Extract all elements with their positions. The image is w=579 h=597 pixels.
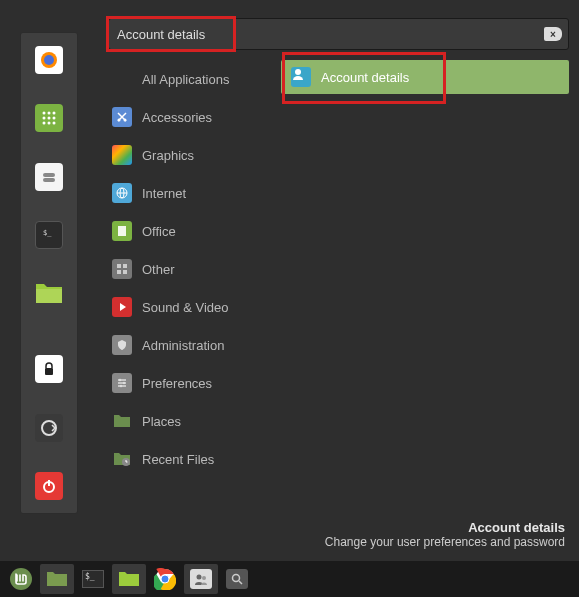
svg-rect-27 bbox=[117, 270, 121, 274]
fav-power[interactable] bbox=[28, 466, 70, 506]
taskbar-search[interactable] bbox=[220, 564, 254, 594]
svg-point-32 bbox=[119, 379, 121, 381]
fav-lock[interactable] bbox=[28, 349, 70, 389]
category-administration[interactable]: Administration bbox=[108, 326, 273, 364]
grid-icon bbox=[116, 263, 128, 275]
results-list: Account details bbox=[273, 60, 569, 478]
taskbar: $_ bbox=[0, 561, 579, 597]
svg-rect-25 bbox=[117, 264, 121, 268]
svg-rect-14 bbox=[36, 289, 62, 303]
svg-text:$_: $_ bbox=[43, 229, 52, 237]
category-accessories[interactable]: Accessories bbox=[108, 98, 273, 136]
category-label: Other bbox=[142, 262, 175, 277]
svg-point-7 bbox=[53, 117, 56, 120]
result-account-details[interactable]: Account details bbox=[281, 60, 569, 94]
sliders-icon bbox=[116, 377, 128, 389]
taskbar-files-2[interactable] bbox=[112, 564, 146, 594]
folder-icon bbox=[118, 570, 140, 588]
folder-clock-icon bbox=[113, 451, 131, 467]
office-icon bbox=[116, 225, 128, 237]
svg-point-20 bbox=[124, 119, 127, 122]
taskbar-files[interactable] bbox=[40, 564, 74, 594]
firefox-icon bbox=[39, 50, 59, 70]
svg-point-3 bbox=[48, 112, 51, 115]
svg-line-44 bbox=[239, 581, 242, 584]
account-icon bbox=[291, 67, 305, 81]
software-manager-icon bbox=[41, 169, 57, 185]
svg-point-1 bbox=[44, 55, 54, 65]
lock-icon bbox=[41, 361, 57, 377]
favorites-column: $_ bbox=[20, 32, 78, 514]
svg-point-19 bbox=[118, 119, 121, 122]
result-label: Account details bbox=[321, 70, 409, 85]
search-text: Account details bbox=[117, 27, 205, 42]
category-label: Places bbox=[142, 414, 181, 429]
taskbar-terminal[interactable]: $_ bbox=[76, 564, 110, 594]
category-internet[interactable]: Internet bbox=[108, 174, 273, 212]
svg-rect-15 bbox=[45, 368, 53, 375]
svg-point-16 bbox=[42, 421, 56, 435]
play-icon bbox=[116, 301, 128, 313]
category-label: Sound & Video bbox=[142, 300, 229, 315]
terminal-icon: $_ bbox=[41, 227, 57, 243]
globe-icon bbox=[116, 187, 128, 199]
category-label: Recent Files bbox=[142, 452, 214, 467]
start-menu: Account details × All Applications Acces… bbox=[108, 18, 569, 478]
svg-rect-28 bbox=[123, 270, 127, 274]
fav-files[interactable] bbox=[28, 273, 70, 313]
svg-point-37 bbox=[10, 568, 32, 590]
category-preferences[interactable]: Preferences bbox=[108, 364, 273, 402]
category-label: Preferences bbox=[142, 376, 212, 391]
graphics-icon bbox=[112, 145, 132, 165]
folder-icon bbox=[34, 280, 64, 306]
search-input[interactable]: Account details × bbox=[108, 18, 569, 50]
svg-point-36 bbox=[295, 69, 301, 75]
category-list: All Applications Accessories Graphics In… bbox=[108, 60, 273, 478]
category-all-applications[interactable]: All Applications bbox=[108, 60, 273, 98]
fav-software-manager[interactable] bbox=[28, 157, 70, 197]
category-label: Office bbox=[142, 224, 176, 239]
svg-point-43 bbox=[233, 575, 240, 582]
category-label: Internet bbox=[142, 186, 186, 201]
category-office[interactable]: Office bbox=[108, 212, 273, 250]
svg-point-34 bbox=[120, 385, 122, 387]
fav-firefox[interactable] bbox=[28, 40, 70, 80]
terminal-icon: $_ bbox=[85, 572, 95, 581]
magnifier-icon bbox=[231, 573, 243, 585]
clear-search-button[interactable]: × bbox=[544, 27, 562, 41]
fav-terminal[interactable]: $_ bbox=[28, 215, 70, 255]
category-label: Accessories bbox=[142, 110, 212, 125]
mint-logo-icon bbox=[9, 567, 33, 591]
svg-rect-24 bbox=[118, 226, 126, 236]
category-sound-video[interactable]: Sound & Video bbox=[108, 288, 273, 326]
chrome-icon bbox=[154, 568, 176, 590]
category-label: Graphics bbox=[142, 148, 194, 163]
footer-subtitle: Change your user preferences and passwor… bbox=[325, 535, 565, 549]
taskbar-menu-button[interactable] bbox=[4, 564, 38, 594]
menu-footer: Account details Change your user prefere… bbox=[325, 520, 565, 549]
category-other[interactable]: Other bbox=[108, 250, 273, 288]
category-label: All Applications bbox=[142, 72, 229, 87]
category-label: Administration bbox=[142, 338, 224, 353]
logout-icon bbox=[40, 419, 58, 437]
taskbar-contacts[interactable] bbox=[184, 564, 218, 594]
scissors-icon bbox=[116, 111, 128, 123]
svg-point-9 bbox=[48, 122, 51, 125]
apps-grid-icon bbox=[41, 110, 57, 126]
svg-point-42 bbox=[202, 576, 206, 580]
svg-point-6 bbox=[48, 117, 51, 120]
fav-apps-grid[interactable] bbox=[28, 98, 70, 138]
svg-point-4 bbox=[53, 112, 56, 115]
taskbar-chrome[interactable] bbox=[148, 564, 182, 594]
fav-logout[interactable] bbox=[28, 408, 70, 448]
svg-rect-12 bbox=[43, 178, 55, 182]
power-icon bbox=[41, 478, 57, 494]
footer-title: Account details bbox=[325, 520, 565, 535]
category-graphics[interactable]: Graphics bbox=[108, 136, 273, 174]
svg-point-5 bbox=[43, 117, 46, 120]
svg-point-10 bbox=[53, 122, 56, 125]
svg-point-41 bbox=[197, 575, 202, 580]
category-recent-files[interactable]: Recent Files bbox=[108, 440, 273, 478]
category-places[interactable]: Places bbox=[108, 402, 273, 440]
shield-icon bbox=[116, 339, 128, 351]
